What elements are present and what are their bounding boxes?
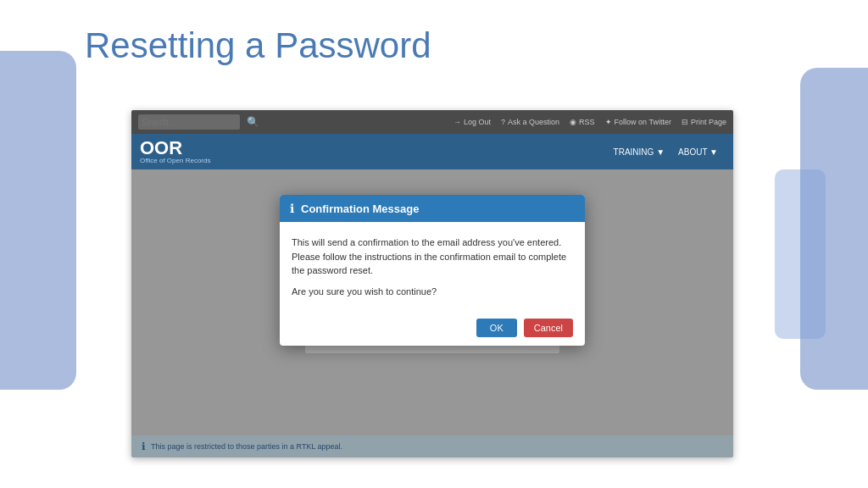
training-nav-item[interactable]: TRAINING ▼ <box>607 134 671 169</box>
rss-label: RSS <box>579 118 595 126</box>
search-input[interactable] <box>138 114 240 130</box>
ask-question-label: Ask a Question <box>508 118 559 126</box>
page-title: Resetting a Password <box>85 25 431 66</box>
bg-shape-right-small <box>775 169 826 339</box>
logout-icon: → <box>453 118 461 126</box>
bg-shape-left <box>0 51 76 390</box>
print-icon: ⊟ <box>682 118 688 126</box>
modal-overlay: ℹ Confirmation Message This will send a … <box>131 169 733 458</box>
twitter-link[interactable]: ✦ Follow on Twitter <box>605 118 671 126</box>
about-nav-item[interactable]: ABOUT ▼ <box>671 134 725 169</box>
nav-items: TRAINING ▼ ABOUT ▼ <box>607 134 725 169</box>
top-bar-links: → Log Out ? Ask a Question ◉ RSS ✦ Follo… <box>453 118 726 126</box>
print-link[interactable]: ⊟ Print Page <box>682 118 726 126</box>
modal-title: Confirmation Message <box>301 202 419 215</box>
browser-window: 🔍 → Log Out ? Ask a Question ◉ RSS ✦ Fol… <box>131 110 733 458</box>
modal-info-icon: ℹ <box>290 202 294 215</box>
question-icon: ? <box>501 118 505 126</box>
rss-link[interactable]: ◉ RSS <box>570 118 595 126</box>
oor-logo-text: OOR <box>140 139 210 158</box>
twitter-icon: ✦ <box>605 118 612 126</box>
modal-message: This will send a confirmation to the ema… <box>292 236 573 278</box>
oor-logo-sub: Office of Open Records <box>140 158 210 164</box>
print-label: Print Page <box>691 118 726 126</box>
modal-body: This will send a confirmation to the ema… <box>280 222 585 310</box>
twitter-label: Follow on Twitter <box>615 118 671 126</box>
modal-dialog: ℹ Confirmation Message This will send a … <box>280 195 585 346</box>
ask-question-link[interactable]: ? Ask a Question <box>501 118 559 126</box>
modal-ok-button[interactable]: OK <box>476 319 517 337</box>
modal-question: Are you sure you wish to continue? <box>292 286 573 297</box>
logout-label: Log Out <box>464 118 491 126</box>
main-content: APPEAL E-FILE PORTAL - LOGIN Email Passw… <box>131 169 733 458</box>
logout-link[interactable]: → Log Out <box>453 118 491 126</box>
modal-footer: OK Cancel <box>280 310 585 346</box>
search-icon: 🔍 <box>247 116 259 128</box>
nav-bar: OOR Office of Open Records TRAINING ▼ AB… <box>131 134 733 169</box>
top-bar: 🔍 → Log Out ? Ask a Question ◉ RSS ✦ Fol… <box>131 110 733 134</box>
modal-header: ℹ Confirmation Message <box>280 195 585 222</box>
modal-cancel-button[interactable]: Cancel <box>524 319 573 337</box>
oor-logo: OOR Office of Open Records <box>140 139 210 164</box>
rss-icon: ◉ <box>570 118 576 126</box>
